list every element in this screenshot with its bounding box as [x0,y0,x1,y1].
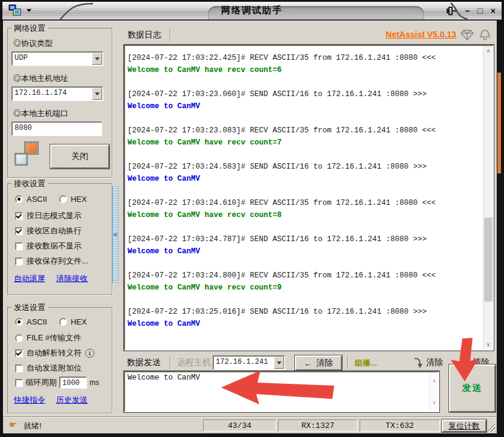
log-entry: [2024-07-22 17:03:23.083]# RECV ASCII/35… [128,125,480,149]
left-arrow-icon: ← [304,358,312,368]
send-bar: 数据发送 远程主机 172.16.1.241 :8080 ← 清除 组播... … [124,354,497,371]
rx-count-panel: RX:1327 [278,419,358,432]
diamond-icon[interactable] [460,29,474,40]
send-button[interactable]: 发送 [449,364,496,412]
info-icon[interactable]: i [85,349,94,358]
clear-send-arrow-icon[interactable] [413,357,424,369]
collapse-left-icon: < [114,231,117,238]
auto-append-checkbox[interactable] [15,364,23,372]
local-host-select[interactable]: 172.16.1.174 [11,86,103,101]
local-host-value: 172.16.1.174 [13,88,92,100]
protocol-select[interactable]: UDP [11,51,103,66]
titlebar[interactable]: 网络调试助手 − □ × [2,2,502,20]
status-ready-text: 就绪! [24,421,42,432]
remote-host-value: 172.16.1.241 :8080 [214,357,274,369]
local-port-label: ◎本地主机端口 [13,108,68,119]
frame-count-panel: 43/34 [203,419,276,432]
clear-recv-link[interactable]: 清除接收 [56,273,88,284]
clear-log-button[interactable]: ← 清除 [295,355,342,371]
cycle-period-input[interactable]: 1000 [59,377,87,389]
tab-data-log[interactable]: 数据日志 [128,30,161,40]
log-entry-header: [2024-07-22 17:03:24.610]# RECV ASCII/35… [128,197,480,209]
send-input-text: Welcome to CanMV [128,374,200,382]
tx-count-panel: TX:632 [360,419,440,432]
auto-scroll-link[interactable]: 自动滚屏 [14,273,45,284]
version-link[interactable]: NetAssist V5.0.13 [386,30,456,39]
log-entry: [2024-07-22 17:03:22.425]# RECV ASCII/35… [128,52,480,76]
log-entry-header: [2024-07-22 17:03:24.800]# RECV ASCII/35… [128,270,480,282]
dropdown-arrow-icon[interactable] [92,53,102,65]
clear-send-label[interactable]: 清除 [426,357,443,368]
reset-count-label: 复位计数 [448,421,480,432]
divider [170,28,170,42]
log-entry: [2024-07-22 17:03:23.060]# SEND ASCII/16… [128,88,480,112]
log-entry-data: Welcome to CanMV have recv count=7 [128,137,480,149]
cycle-unit-label: ms [89,378,99,387]
group-title: 发送设置 [11,302,48,313]
status-bar: ☛ 就绪! 43/34 RX:1327 TX:632 复位计数 [3,416,497,433]
recv-hex-radio[interactable] [59,195,67,203]
maximize-button[interactable]: □ [477,5,482,16]
close-button[interactable]: × [491,5,496,16]
log-tabstrip: 数据日志 NetAssist V5.0.13 [124,27,494,44]
clear-log-label: 清除 [316,358,333,369]
auto-wrap-label: 接收区自动换行 [27,225,82,236]
log-entry-header: [2024-07-22 17:03:23.060]# SEND ASCII/16… [128,88,480,100]
log-entry-data: Welcome to CanMV [128,173,480,185]
log-entry-header: [2024-07-22 17:03:22.425]# RECV ASCII/35… [128,52,480,64]
send-file-radio[interactable] [15,334,23,342]
send-hex-label: HEX [71,317,87,326]
multicast-link[interactable]: 组播... [355,358,377,369]
log-body: [2024-07-22 17:03:22.425]# RECV ASCII/35… [128,52,480,348]
log-entry-data: Welcome to CanMV have recv count=6 [128,64,480,76]
cycle-checkbox[interactable] [15,379,23,387]
bell-icon[interactable] [479,29,491,41]
log-area[interactable]: [2024-07-22 17:03:22.425]# RECV ASCII/35… [124,45,494,351]
log-scrollbar[interactable]: ∧ ∨ [483,46,493,349]
scroll-down-icon[interactable]: ∨ [483,340,493,349]
send-ascii-radio[interactable] [15,318,23,326]
panel-splitter[interactable]: < [112,186,118,283]
divider [347,356,348,369]
send-input[interactable]: Welcome to CanMV ∧ ∨ [124,371,439,412]
minimize-button[interactable]: − [465,5,470,16]
recv-hex-label: HEX [71,195,87,204]
remote-host-select[interactable]: 172.16.1.241 :8080 [213,355,285,370]
connection-icon-top [25,142,38,154]
scroll-up-icon[interactable]: ∧ [483,46,493,56]
escape-parse-checkbox[interactable] [15,349,23,357]
history-send-link[interactable]: 历史发送 [56,395,88,406]
send-ascii-label: ASCII [27,317,47,326]
hide-recv-checkbox[interactable] [15,242,23,250]
local-port-input[interactable]: 8080 [11,121,102,136]
tab-data-send[interactable]: 数据发送 [127,357,161,368]
log-entry: [2024-07-22 17:03:24.787]# SEND ASCII/16… [128,233,480,257]
scroll-up-icon[interactable]: ∧ [430,376,439,386]
send-button-label: 发送 [462,383,483,394]
scroll-down-icon[interactable]: ∨ [430,398,439,407]
quick-cmd-link[interactable]: 快捷指令 [14,395,45,406]
log-mode-checkbox[interactable] [15,212,23,220]
scroll-thumb[interactable] [484,218,493,302]
divider [170,356,170,369]
group-send-settings: 发送设置 ASCII HEX FILE #传输文件 自动解析转义符 i 自动发送… [7,307,112,413]
dropdown-arrow-icon[interactable] [274,357,284,369]
pin-icon[interactable] [445,6,457,16]
auto-wrap-checkbox[interactable] [15,227,23,235]
edge-stripe [497,73,501,173]
log-entry-header: [2024-07-22 17:03:25.016]# SEND ASCII/16… [128,306,480,318]
send-hex-radio[interactable] [59,318,67,326]
hand-icon: ☛ [9,419,17,430]
close-connection-button[interactable]: 关闭 [50,144,109,169]
recv-ascii-radio[interactable] [15,195,23,203]
log-entry-data: Welcome to CanMV [128,318,480,330]
reset-count-button[interactable]: 复位计数 [442,419,486,432]
dropdown-arrow-icon[interactable] [92,88,102,100]
save-to-file-checkbox[interactable] [15,257,23,265]
log-entry-data: Welcome to CanMV have recv count=8 [128,209,480,221]
send-scrollbar[interactable]: ∧ ∨ [429,372,438,411]
app-window: 网络调试助手 − □ × 网络设置 ◎协议类型 UDP ◎本地主机地址 172.… [0,0,504,437]
log-entry-header: [2024-07-22 17:03:23.083]# RECV ASCII/35… [128,125,480,137]
log-entry: [2024-07-22 17:03:24.800]# RECV ASCII/35… [128,270,480,294]
resize-grip[interactable] [486,423,495,432]
